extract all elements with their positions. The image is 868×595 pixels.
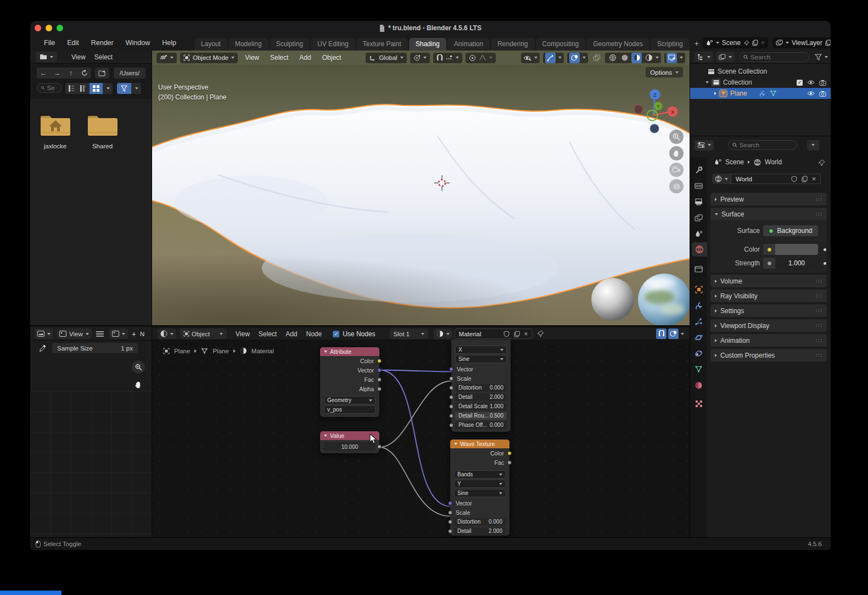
folder-item-shared[interactable]: Shared (82, 112, 123, 149)
fake-user-shield-icon[interactable] (503, 331, 509, 337)
scene-name[interactable]: Scene (722, 39, 741, 47)
tab-output[interactable] (690, 194, 707, 209)
options-button[interactable]: Options (646, 67, 683, 77)
input-socket-detail[interactable] (449, 395, 453, 399)
menu-file[interactable]: File (38, 35, 61, 51)
output-socket-fac[interactable] (377, 377, 382, 382)
outliner-filter-mode[interactable] (716, 52, 735, 62)
wave-profile-select[interactable]: Sine (454, 489, 506, 497)
panel-volume[interactable]: Volume (710, 275, 827, 287)
viewlayer-selector[interactable]: ViewLayer × (772, 37, 831, 48)
se-menu-node[interactable]: Node (302, 330, 327, 338)
outliner-item-plane[interactable]: Plane (690, 88, 831, 99)
workspace-tab-animation[interactable]: Animation (447, 38, 490, 51)
shading-solid-icon[interactable] (619, 53, 630, 63)
menu-window[interactable]: Window (120, 35, 156, 51)
workspace-tab-geometry-nodes[interactable]: Geometry Nodes (586, 38, 649, 51)
editor-type-3d-viewport[interactable] (156, 53, 177, 63)
workspace-tab-texture-paint[interactable]: Texture Paint (356, 38, 408, 51)
folder-item-jaxlocke[interactable]: jaxlocke (35, 112, 76, 149)
se-menu-view[interactable]: View (231, 330, 254, 338)
surface-shader-field[interactable]: Background (763, 225, 818, 236)
fake-user-shield-icon[interactable] (791, 176, 797, 182)
panel-settings[interactable]: Settings (710, 304, 827, 317)
panel-preview[interactable]: Preview (710, 193, 827, 205)
input-socket-vector[interactable] (448, 501, 452, 505)
node-wave-texture-header[interactable]: Wave Texture (450, 440, 509, 448)
workspace-tab-compositing[interactable]: Compositing (536, 38, 586, 51)
input-socket-detail[interactable] (448, 529, 452, 533)
fb-forward-button[interactable]: → (51, 68, 64, 79)
input-socket-scale[interactable] (449, 376, 453, 381)
fb-back-button[interactable]: ← (37, 68, 50, 79)
fb-menu-view[interactable]: View (67, 53, 90, 61)
vp-toggle-ortho-button[interactable] (669, 179, 684, 193)
render-pass-selector[interactable] (664, 53, 685, 63)
color-swatch-field[interactable] (763, 244, 818, 255)
material-browse-selector[interactable] (434, 329, 452, 339)
workspace-tab-layout[interactable]: Layout (194, 38, 227, 51)
menu-help[interactable]: Help (156, 35, 182, 51)
node-wave-texture[interactable]: Wave Texture Color Fac Bands Y Sine Vect… (450, 440, 509, 536)
outliner-filter-funnel-icon[interactable] (815, 54, 822, 60)
breadcrumb-scene[interactable]: Scene (725, 158, 744, 166)
scene-browse-chevron[interactable] (716, 42, 719, 44)
output-socket-vector[interactable] (377, 368, 382, 372)
se-snapping-toggle[interactable] (656, 329, 667, 339)
fb-new-folder-button[interactable] (95, 68, 109, 79)
attribute-name-field[interactable]: v_pos (324, 405, 376, 414)
vp-zoom-button[interactable] (669, 130, 684, 144)
tab-object[interactable] (690, 282, 707, 297)
fb-view-list-horizontal-icon[interactable] (77, 83, 89, 94)
gizmo-minus-z[interactable] (650, 124, 659, 133)
tab-modifiers[interactable] (690, 298, 707, 313)
eyedropper-icon[interactable] (39, 344, 47, 352)
viewlayer-browse-chevron[interactable] (786, 42, 789, 44)
tab-tool[interactable] (690, 163, 707, 177)
material-slot-selector[interactable]: Slot 1 (390, 329, 428, 339)
hide-eye-icon[interactable] (807, 80, 815, 85)
se-overlays-toggle[interactable] (668, 329, 679, 339)
tab-collection[interactable] (690, 262, 707, 276)
color-keyframe-dot[interactable] (824, 248, 826, 251)
input-socket-vector[interactable] (449, 367, 453, 371)
menu-render[interactable]: Render (85, 35, 120, 51)
render-pass-icon[interactable] (667, 53, 677, 63)
outliner-search-input[interactable] (751, 54, 805, 60)
unlink-material-icon[interactable]: × (524, 330, 528, 338)
panel-viewport-display[interactable]: Viewport Display (710, 319, 827, 332)
workspace-tab-scripting[interactable]: Scripting (651, 38, 690, 51)
output-socket-value[interactable] (377, 444, 382, 449)
workspace-tab-rendering[interactable]: Rendering (491, 38, 534, 51)
viewlayer-name[interactable]: ViewLayer (792, 39, 822, 47)
node-attribute-header[interactable]: Attribute (320, 347, 379, 356)
input-socket-detail-roughness[interactable] (449, 414, 453, 418)
properties-options-chevron[interactable] (807, 140, 819, 151)
vp-menu-add[interactable]: Add (295, 54, 315, 62)
viewport-canvas[interactable]: User Perspective (200) Collection | Plan… (152, 65, 690, 325)
color-swatch[interactable] (775, 244, 818, 255)
editor-type-image-editor[interactable] (35, 329, 53, 339)
copy-material-icon[interactable] (514, 331, 520, 337)
unlink-scene-icon[interactable]: × (761, 39, 765, 47)
fb-display-settings-chevron[interactable] (103, 83, 113, 94)
se-overlays-chevron[interactable] (681, 333, 684, 335)
world-name-field[interactable]: World × (731, 174, 821, 184)
output-socket-alpha[interactable] (377, 387, 382, 391)
outliner-search[interactable] (739, 52, 809, 62)
show-overlays-toggle[interactable] (567, 53, 588, 63)
mode-selector[interactable]: Object Mode (180, 53, 238, 63)
input-socket-scale[interactable] (448, 510, 452, 515)
overlays-icon[interactable] (569, 53, 580, 63)
panel-custom-properties[interactable]: Custom Properties (710, 349, 827, 362)
pin-icon[interactable] (743, 40, 749, 46)
pin-id-icon[interactable] (818, 159, 825, 166)
outliner-display-mode[interactable] (695, 52, 713, 62)
outliner-item-collection[interactable]: Collection ✓ (690, 77, 831, 88)
input-socket-detail-scale[interactable] (449, 404, 453, 409)
new-viewlayer-icon[interactable] (825, 40, 831, 46)
attribute-type-select[interactable]: Geometry (324, 396, 376, 404)
vp-menu-object[interactable]: Object (318, 54, 345, 62)
disable-render-camera-icon[interactable] (819, 80, 826, 86)
material-name-field[interactable]: Material × (455, 329, 533, 339)
